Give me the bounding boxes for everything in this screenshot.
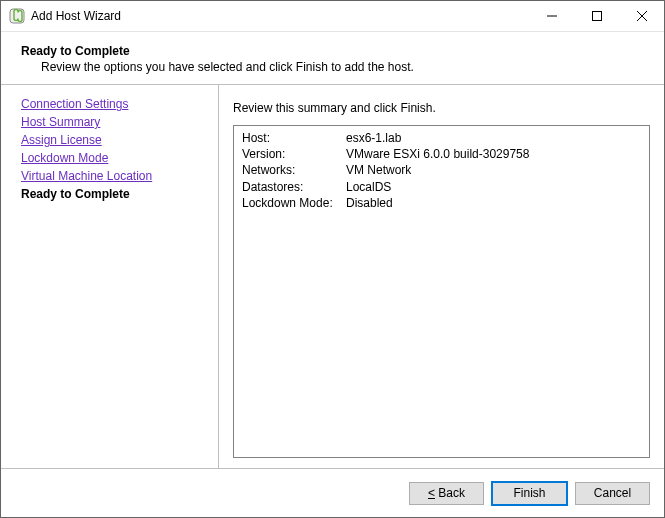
summary-row: Datastores:LocalDS — [242, 179, 641, 195]
wizard-steps-sidebar: Connection SettingsHost SummaryAssign Li… — [1, 85, 219, 468]
footer-buttons: < Back Finish Cancel — [1, 469, 664, 517]
wizard-step-lockdown-mode[interactable]: Lockdown Mode — [21, 149, 206, 167]
summary-label: Networks: — [242, 162, 346, 178]
page-subtitle: Review the options you have selected and… — [21, 58, 644, 74]
summary-value: esx6-1.lab — [346, 130, 641, 146]
wizard-step-ready-to-complete: Ready to Complete — [21, 185, 206, 203]
maximize-button[interactable] — [574, 1, 619, 31]
summary-value: VMware ESXi 6.0.0 build-3029758 — [346, 146, 641, 162]
summary-label: Datastores: — [242, 179, 346, 195]
summary-label: Version: — [242, 146, 346, 162]
wizard-step-virtual-machine-location[interactable]: Virtual Machine Location — [21, 167, 206, 185]
window-controls — [529, 1, 664, 31]
content-row: Connection SettingsHost SummaryAssign Li… — [1, 84, 664, 469]
wizard-step-host-summary[interactable]: Host Summary — [21, 113, 206, 131]
summary-box: Host:esx6-1.labVersion:VMware ESXi 6.0.0… — [233, 125, 650, 458]
summary-row: Lockdown Mode:Disabled — [242, 195, 641, 211]
finish-button[interactable]: Finish — [492, 482, 567, 505]
titlebar: Add Host Wizard — [1, 1, 664, 32]
minimize-button[interactable] — [529, 1, 574, 31]
summary-row: Networks:VM Network — [242, 162, 641, 178]
summary-label: Lockdown Mode: — [242, 195, 346, 211]
page-title: Ready to Complete — [21, 44, 644, 58]
close-icon — [637, 11, 647, 21]
svg-rect-2 — [592, 12, 601, 21]
window-title: Add Host Wizard — [31, 9, 529, 23]
wizard-step-assign-license[interactable]: Assign License — [21, 131, 206, 149]
instruction-text: Review this summary and click Finish. — [233, 101, 650, 115]
wizard-step-connection-settings[interactable]: Connection Settings — [21, 95, 206, 113]
cancel-button[interactable]: Cancel — [575, 482, 650, 505]
app-icon — [9, 8, 25, 24]
back-button[interactable]: < Back — [409, 482, 484, 505]
close-button[interactable] — [619, 1, 664, 31]
summary-row: Version:VMware ESXi 6.0.0 build-3029758 — [242, 146, 641, 162]
summary-value: LocalDS — [346, 179, 641, 195]
maximize-icon — [592, 11, 602, 21]
main-pane: Review this summary and click Finish. Ho… — [219, 85, 664, 468]
minimize-icon — [547, 11, 557, 21]
summary-row: Host:esx6-1.lab — [242, 130, 641, 146]
summary-label: Host: — [242, 130, 346, 146]
summary-value: Disabled — [346, 195, 641, 211]
header-block: Ready to Complete Review the options you… — [1, 32, 664, 84]
wizard-window: Add Host Wizard Ready to Complete Review… — [0, 0, 665, 518]
summary-value: VM Network — [346, 162, 641, 178]
